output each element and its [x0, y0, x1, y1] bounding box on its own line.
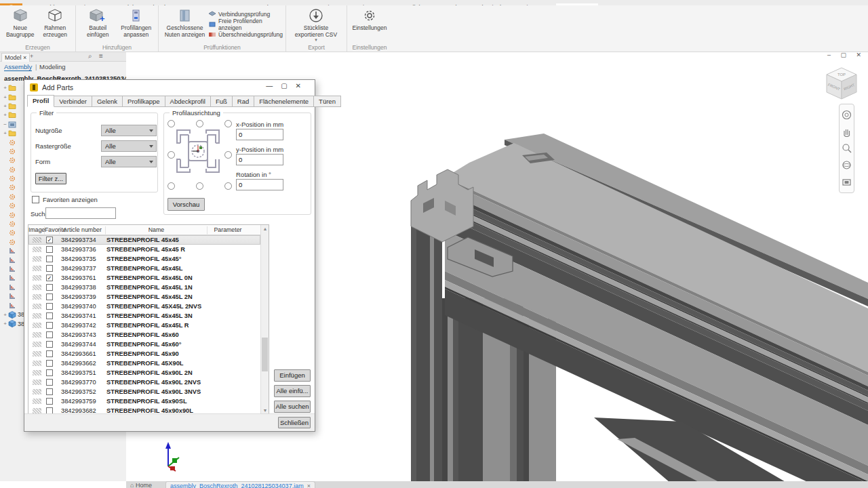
closed-slots-button[interactable]: Geschlossene Nuten anzeigen: [161, 7, 208, 42]
insert-all-button[interactable]: Alle einfü...: [274, 385, 311, 397]
table-row[interactable]: 3842993736 STREBENPROFIL 45x45 R: [28, 245, 260, 254]
scroll-down-icon[interactable]: ▼: [262, 408, 268, 413]
dialog-tab[interactable]: Fuß: [211, 96, 233, 107]
tree-expander[interactable]: +: [2, 312, 8, 318]
table-row[interactable]: 3842993770 STREBENPROFIL 45x90L 2NVS: [28, 378, 260, 387]
favorite-checkbox[interactable]: [46, 322, 53, 329]
favorite-checkbox[interactable]: [46, 379, 53, 386]
nutgroesse-dropdown[interactable]: Alle: [101, 125, 157, 136]
rastergroesse-dropdown[interactable]: Alle: [101, 140, 157, 152]
tab-modeling[interactable]: Modeling: [39, 63, 66, 70]
insert-button[interactable]: Einfügen: [274, 369, 311, 382]
col-article-number[interactable]: Article number: [60, 226, 106, 235]
table-row[interactable]: 3842993744 STREBENPROFIL 45x60°: [28, 340, 260, 349]
settings-button[interactable]: Einstellungen: [350, 7, 389, 42]
table-row[interactable]: 3842993742 STREBENPROFIL 45x45L R: [28, 321, 260, 330]
col-parameter[interactable]: Parameter: [208, 226, 248, 235]
insert-part-button[interactable]: + Bauteil einfügen: [79, 7, 117, 42]
table-row[interactable]: 3842993761 STREBENPROFIL 45x45L 0N: [28, 273, 260, 283]
preview-button[interactable]: Vorschau: [167, 198, 205, 211]
orient-radio-mid-right[interactable]: [224, 151, 232, 159]
search-all-button[interactable]: Alle suchen: [274, 401, 311, 413]
favorite-checkbox[interactable]: [46, 246, 53, 253]
app-tab[interactable]: Annotate: [176, 3, 213, 5]
y-position-input[interactable]: [236, 154, 283, 165]
dialog-tab[interactable]: Rad: [233, 96, 254, 107]
doc-tab-close-icon[interactable]: ×: [307, 483, 311, 488]
dialog-close-button[interactable]: ✕: [296, 82, 309, 89]
dialog-minimize-button[interactable]: —: [266, 82, 281, 89]
app-tab[interactable]: Sketch: [142, 3, 174, 5]
orient-radio-top-right[interactable]: [224, 120, 232, 127]
table-row[interactable]: 3842993662 STREBENPROFIL 45X90L: [28, 359, 260, 368]
app-tab[interactable]: File: [0, 3, 22, 5]
orient-radio-top-left[interactable]: [167, 120, 175, 127]
navigation-wheel-icon[interactable]: [842, 110, 852, 120]
dialog-tab[interactable]: Türen: [314, 96, 341, 107]
add-browser-tab-button[interactable]: +: [30, 53, 33, 60]
app-tab[interactable]: Manage: [281, 3, 315, 5]
search-icon[interactable]: ⌕: [88, 52, 92, 60]
table-row[interactable]: 3842993738 STREBENPROFIL 45x45L 1N: [28, 283, 260, 292]
home-tab[interactable]: ⌂ Home: [130, 482, 152, 488]
table-row[interactable]: 3842993735 STREBENPROFIL 45x45°: [28, 254, 260, 264]
dialog-title-bar[interactable]: Add Parts —▢✕: [24, 80, 315, 95]
app-tab[interactable]: Collaborate: [399, 3, 442, 5]
orient-radio-bottom-right[interactable]: [224, 182, 232, 190]
scrollbar-thumb[interactable]: [262, 338, 268, 371]
orient-radio-top-center[interactable]: [196, 120, 203, 127]
dialog-tab[interactable]: Profil: [27, 95, 54, 107]
table-row[interactable]: 3842993752 STREBENPROFIL 45x90L 3NVS: [28, 387, 260, 396]
favorite-checkbox[interactable]: [46, 312, 53, 319]
tree-expander[interactable]: +: [2, 94, 8, 100]
app-tab[interactable]: 3D Model: [101, 3, 140, 5]
tree-expander[interactable]: +: [2, 85, 8, 91]
orbit-icon[interactable]: [842, 160, 852, 170]
model-tab-close-icon[interactable]: ×: [23, 54, 26, 61]
dialog-tab[interactable]: Verbinder: [54, 96, 92, 107]
subwindow-controls[interactable]: – ▢ ✕: [827, 52, 865, 58]
app-tab[interactable]: FRAMEpro: [556, 3, 599, 5]
zoom-icon[interactable]: [842, 143, 852, 153]
pan-hand-icon[interactable]: [842, 127, 852, 137]
model-tab[interactable]: Model ×: [1, 53, 30, 62]
x-position-input[interactable]: [236, 129, 283, 140]
dialog-tab[interactable]: Flächenelemente: [254, 96, 314, 107]
favorite-checkbox[interactable]: [46, 293, 53, 300]
favorite-checkbox[interactable]: [46, 284, 53, 291]
new-assembly-button[interactable]: Neue Baugruppe: [3, 7, 38, 42]
app-tab[interactable]: Environments: [347, 3, 396, 5]
favorite-checkbox[interactable]: [46, 237, 53, 243]
app-tab[interactable]: Assemble: [25, 3, 64, 5]
table-row[interactable]: 3842993741 STREBENPROFIL 45x45L 3N: [28, 311, 260, 321]
favorite-checkbox[interactable]: [46, 331, 53, 338]
export-bom-csv-button[interactable]: Stückliste exportieren CSV ▾: [289, 7, 343, 42]
app-tab[interactable]: Fusion 360: [511, 3, 553, 5]
favorite-checkbox[interactable]: [46, 303, 53, 310]
tree-expander[interactable]: +: [2, 103, 8, 109]
hamburger-menu-icon[interactable]: ≡: [99, 52, 103, 60]
table-scrollbar[interactable]: ▲ ▼: [260, 225, 269, 414]
table-row[interactable]: 3842993759 STREBENPROFIL 45x90SL: [28, 396, 260, 406]
table-row[interactable]: 3842993751 STREBENPROFIL 45x90L 2N: [28, 368, 260, 378]
app-tab[interactable]: Tools: [251, 3, 277, 5]
table-row[interactable]: 3842993739 STREBENPROFIL 45x45L 2N: [28, 292, 260, 302]
overlap-check-button[interactable]: Überschneidungsprüfung: [208, 29, 283, 39]
dialog-maximize-button[interactable]: ▢: [281, 82, 295, 89]
app-tab[interactable]: Electromechanical: [446, 3, 508, 5]
orient-radio-mid-left[interactable]: [167, 151, 175, 159]
view-cube[interactable]: TOP FRONT RIGHT: [822, 66, 861, 102]
orient-radio-bottom-left[interactable]: [167, 182, 175, 190]
form-dropdown[interactable]: Alle: [101, 156, 157, 167]
filter-reset-button[interactable]: Filter z...: [35, 173, 66, 184]
dialog-tab[interactable]: Gelenk: [92, 96, 123, 107]
tab-assembly[interactable]: Assembly: [4, 63, 32, 71]
favorite-checkbox[interactable]: [46, 350, 53, 357]
rotation-input[interactable]: [236, 179, 283, 190]
favorites-checkbox[interactable]: [32, 196, 39, 203]
col-image[interactable]: Image: [28, 226, 45, 235]
favorite-checkbox[interactable]: [46, 256, 53, 262]
tree-expander[interactable]: +: [2, 321, 8, 327]
col-favorite[interactable]: Favorite: [45, 226, 60, 235]
tree-expander[interactable]: +: [2, 112, 8, 118]
